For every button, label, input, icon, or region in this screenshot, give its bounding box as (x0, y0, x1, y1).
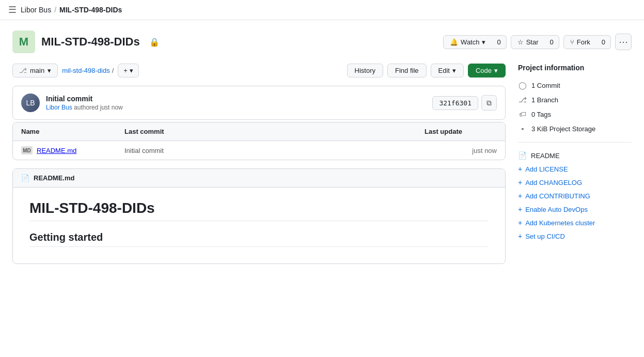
file-name-cell: MD README.md (21, 146, 124, 154)
file-name-link[interactable]: README.md (37, 147, 76, 154)
enable-autodevops-link[interactable]: + Enable Auto DevOps (518, 203, 632, 216)
repo-avatar: M (12, 30, 35, 53)
storage-stat-label: 3 KiB Project Storage (531, 125, 595, 133)
setup-cicd-link[interactable]: + Set up CI/CD (518, 229, 632, 243)
fork-count[interactable]: 0 (596, 35, 611, 49)
stat-branch: ⎇ 1 Branch (518, 92, 632, 107)
left-panel: ⎇ main ▾ mil-std-498-dids / + ▾ History (12, 64, 506, 264)
add-kubernetes-link[interactable]: + Add Kubernetes cluster (518, 216, 632, 229)
tag-stat-label: 0 Tags (531, 111, 551, 118)
col-last-update: Last update (425, 128, 497, 135)
watch-chevron-icon: ▾ (482, 38, 485, 46)
edit-chevron-icon: ▾ (452, 67, 456, 74)
readme-link[interactable]: README (531, 152, 560, 160)
edit-button[interactable]: Edit ▾ (431, 64, 464, 77)
repo-name: MIL-STD-498-DIDs (41, 35, 140, 49)
commit-action: authored (74, 104, 100, 111)
content-layout: ⎇ main ▾ mil-std-498-dids / + ▾ History (12, 64, 632, 264)
commit-stat-label: 1 Commit (531, 82, 560, 89)
branch-name: main (30, 67, 44, 74)
enable-autodevops-icon: + (518, 205, 522, 213)
sidebar-toggle-icon[interactable]: ☰ (8, 4, 17, 15)
commit-time: just now (100, 104, 123, 111)
enable-autodevops-label: Enable Auto DevOps (525, 206, 588, 213)
code-button[interactable]: Code ▾ (468, 64, 506, 77)
table-row: MD README.md Initial commit just now (13, 141, 505, 160)
file-date-cell: just now (425, 147, 497, 154)
add-changelog-label: Add CHANGELOG (525, 179, 582, 187)
commit-hash-area: 321f6301 ⧉ (432, 95, 497, 111)
watch-button[interactable]: 🔔 Watch ▾ (443, 35, 492, 49)
commit-author-link[interactable]: Libor Bus (46, 104, 72, 111)
add-license-link[interactable]: + Add LICENSE (518, 162, 632, 176)
branch-chevron-icon: ▾ (48, 67, 51, 74)
readme-file-icon: 📄 (518, 151, 527, 160)
commit-author-avatar: LB (21, 94, 40, 112)
path-area: mil-std-498-dids / (62, 67, 114, 74)
readme-link-item: 📄 README (518, 149, 632, 162)
col-name: Name (21, 128, 124, 135)
add-contributing-label: Add CONTRIBUTING (525, 192, 590, 200)
branch-stat-label: 1 Branch (531, 96, 558, 104)
watch-button-group: 🔔 Watch ▾ 0 (443, 35, 507, 49)
repo-header: M MIL-STD-498-DIDs 🔒 🔔 Watch ▾ 0 ☆ Star … (12, 30, 632, 53)
star-icon: ☆ (517, 38, 524, 46)
more-button[interactable]: ⋯ (615, 34, 632, 50)
fork-button[interactable]: ⑂ Fork (563, 35, 597, 49)
commit-info: Initial commit Libor Bus authored just n… (46, 95, 426, 111)
add-changelog-link[interactable]: + Add CHANGELOG (518, 176, 632, 189)
stat-commits: ◯ 1 Commit (518, 78, 632, 92)
commit-box: LB Initial commit Libor Bus authored jus… (12, 86, 506, 120)
branch-icon: ⎇ (19, 67, 27, 74)
watch-count[interactable]: 0 (492, 35, 506, 49)
setup-cicd-icon: + (518, 232, 522, 240)
breadcrumb: Libor Bus / MIL-STD-498-DIDs (21, 6, 122, 14)
storage-stat-icon: ▪ (518, 125, 527, 133)
add-chevron-icon: ▾ (130, 67, 133, 74)
commit-meta: Libor Bus authored just now (46, 104, 426, 111)
add-icon: + (123, 67, 128, 74)
commit-message: Initial commit (46, 95, 426, 103)
star-button-group: ☆ Star 0 (511, 35, 559, 49)
add-contributing-link[interactable]: + Add CONTRIBUTING (518, 189, 632, 203)
tag-stat-icon: 🏷 (518, 110, 527, 118)
copy-hash-button[interactable]: ⧉ (481, 95, 497, 111)
add-kubernetes-icon: + (518, 219, 522, 227)
file-commit-cell: Initial commit (124, 147, 425, 154)
code-chevron-icon: ▾ (494, 67, 498, 74)
top-nav: ☰ Libor Bus / MIL-STD-498-DIDs (0, 0, 644, 20)
stat-tags: 🏷 0 Tags (518, 107, 632, 121)
file-table-header: Name Last commit Last update (13, 122, 505, 141)
add-license-label: Add LICENSE (525, 165, 568, 173)
fork-icon: ⑂ (570, 38, 574, 46)
star-count[interactable]: 0 (545, 35, 559, 49)
readme-subtitle: Getting started (29, 231, 489, 247)
file-table: Name Last commit Last update MD README.m… (12, 122, 506, 160)
main-container: M MIL-STD-498-DIDs 🔒 🔔 Watch ▾ 0 ☆ Star … (0, 20, 644, 274)
branch-stat-icon: ⎇ (518, 96, 527, 104)
commit-hash-button[interactable]: 321f6301 (432, 96, 478, 110)
find-file-button[interactable]: Find file (387, 64, 427, 77)
add-file-button[interactable]: + ▾ (118, 64, 139, 77)
path-link[interactable]: mil-std-498-dids (62, 67, 109, 74)
repo-actions: 🔔 Watch ▾ 0 ☆ Star 0 ⑂ Fork 0 (443, 34, 632, 50)
branch-selector[interactable]: ⎇ main ▾ (12, 64, 58, 77)
readme-content: MIL-STD-498-DIDs Getting started (13, 188, 505, 263)
breadcrumb-separator: / (54, 6, 56, 14)
repo-title-area: M MIL-STD-498-DIDs 🔒 (12, 30, 160, 53)
star-button[interactable]: ☆ Star (511, 35, 545, 49)
breadcrumb-owner[interactable]: Libor Bus (21, 6, 51, 14)
setup-cicd-label: Set up CI/CD (525, 232, 565, 240)
history-button[interactable]: History (347, 64, 383, 77)
path-separator: / (112, 67, 114, 74)
col-last-commit: Last commit (124, 128, 425, 135)
project-info-title: Project information (518, 64, 632, 72)
bell-icon: 🔔 (450, 38, 458, 46)
right-panel: Project information ◯ 1 Commit ⎇ 1 Branc… (518, 64, 632, 264)
add-changelog-icon: + (518, 178, 522, 187)
readme-header-icon: 📄 (21, 174, 29, 182)
readme-section: 📄 README.md MIL-STD-498-DIDs Getting sta… (12, 168, 506, 264)
fork-button-group: ⑂ Fork 0 (563, 35, 611, 49)
breadcrumb-repo: MIL-STD-498-DIDs (59, 6, 122, 14)
readme-header: 📄 README.md (13, 169, 505, 188)
